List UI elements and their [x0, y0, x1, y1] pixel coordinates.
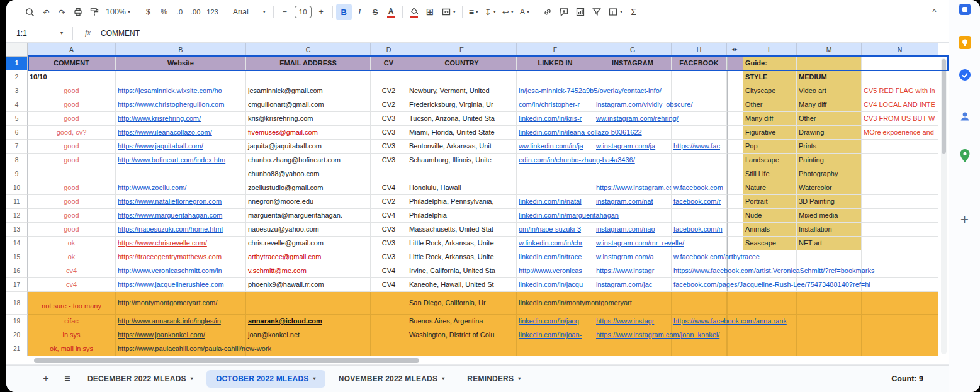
cell-HID20[interactable]	[727, 328, 743, 342]
cell-C10[interactable]: zoeliustudio@gmail.com	[246, 181, 371, 195]
cell-F13[interactable]: om/in/naoe-suzuki-3	[517, 223, 594, 237]
cell-H9[interactable]	[672, 167, 727, 181]
cell-B12[interactable]: https://www.margueritahagan.com	[116, 209, 246, 223]
strikethrough-button[interactable]: S	[368, 4, 383, 20]
row-header-13[interactable]: 13	[6, 223, 28, 237]
cell-HID9[interactable]	[727, 167, 743, 181]
borders-button[interactable]: ⊞	[422, 4, 438, 20]
format-currency-button[interactable]: $	[140, 4, 156, 20]
text-rotation-button[interactable]: A▾	[517, 4, 532, 20]
cell-D3[interactable]: CV2	[371, 84, 407, 98]
cell-A13[interactable]: good	[28, 223, 116, 237]
cell-E21[interactable]	[407, 342, 517, 356]
cell-E15[interactable]: Little Rock, Arkansas, Unite	[407, 250, 517, 264]
cell-C6[interactable]: fivemuses@gmail.com	[246, 126, 371, 140]
redo-button[interactable]: ↷	[54, 4, 70, 20]
cell-G2[interactable]	[594, 70, 672, 84]
cell-M20[interactable]	[797, 328, 862, 342]
column-header-A[interactable]: A	[28, 43, 116, 57]
row-header-18[interactable]: 18	[6, 292, 28, 315]
filter-button[interactable]	[589, 4, 605, 20]
cell-HID5[interactable]	[727, 112, 743, 126]
cell-HID18[interactable]	[727, 292, 743, 315]
column-header-C[interactable]: C	[246, 43, 371, 57]
cell-L6[interactable]: Figurative	[743, 126, 797, 140]
cell-F20[interactable]: linkedin.com/in/joan-	[517, 328, 594, 342]
zoom-control[interactable]: 100%▾	[103, 4, 133, 20]
cell-L4[interactable]: Other	[743, 98, 797, 112]
cell-M3[interactable]: Video art	[797, 84, 862, 98]
cell-A7[interactable]: good	[28, 140, 116, 154]
cell-G9[interactable]	[594, 167, 672, 181]
add-sheet-button[interactable]: +	[35, 373, 57, 384]
cell-E10[interactable]: Honolulu, Hawaii	[407, 181, 517, 195]
cell-B20[interactable]: https://www.joankonkel.com/	[116, 328, 246, 342]
cell-H6[interactable]	[672, 126, 727, 140]
cell-L12[interactable]: Nude	[743, 209, 797, 223]
cell-HID14[interactable]	[727, 237, 743, 250]
text-wrap-button[interactable]: ↩▾	[499, 4, 517, 20]
collapse-toolbar-button[interactable]: ^	[926, 4, 942, 20]
cell-B19[interactable]: http://www.annarank.info/ingles/in	[116, 315, 246, 328]
row-header-3[interactable]: 3	[6, 84, 28, 98]
row-header-1[interactable]: 1	[6, 57, 28, 70]
cell-E4[interactable]: Fredericksburg, Virginia, Ur	[407, 98, 517, 112]
cell-F15[interactable]: linkedin.com/in/trace	[517, 250, 594, 264]
paint-format-button[interactable]	[86, 4, 103, 20]
cell-H2[interactable]	[672, 70, 727, 84]
cell-D10[interactable]: CV4	[371, 181, 407, 195]
cell-B16[interactable]: http://www.veronicaschmitt.com/in	[116, 264, 246, 278]
cell-L2[interactable]: STYLE	[743, 70, 797, 84]
cell-M6[interactable]: Drawing	[797, 126, 862, 140]
cell-N15[interactable]	[862, 250, 938, 264]
cell-E2[interactable]	[407, 70, 517, 84]
cell-D6[interactable]: CV3	[371, 126, 407, 140]
cell-L18[interactable]	[743, 292, 797, 315]
cell-F18[interactable]: linkedin.com/in/montymontgomeryart	[517, 292, 594, 315]
cell-F3[interactable]: in/jesa-minnick-7452a9b5/overlay/contact…	[517, 84, 594, 98]
cell-F8[interactable]: edin.com/in/chunbo-zhang-ba4a3436/	[517, 154, 594, 167]
cell-A10[interactable]: good	[28, 181, 116, 195]
cell-D19[interactable]	[371, 315, 407, 328]
cell-L9[interactable]: Still Life	[743, 167, 797, 181]
cell-N6[interactable]: MOre expoerience and	[862, 126, 938, 140]
cell-B11[interactable]: https://www.natalieflornegron.com	[116, 195, 246, 209]
cell-HID11[interactable]	[727, 195, 743, 209]
cell-A5[interactable]: good	[28, 112, 116, 126]
cell-N12[interactable]	[862, 209, 938, 223]
bold-button[interactable]: B	[336, 4, 352, 20]
column-header-M[interactable]: M	[797, 43, 862, 57]
cell-N3[interactable]: CV5 RED FLAG with in	[862, 84, 938, 98]
row-header-7[interactable]: 7	[6, 140, 28, 154]
row-header-4[interactable]: 4	[6, 98, 28, 112]
row-header-8[interactable]: 8	[6, 154, 28, 167]
cell-F11[interactable]: linkedin.com/in/natal	[517, 195, 594, 209]
cell-E20[interactable]: Washington, District of Colu	[407, 328, 517, 342]
cell-M9[interactable]: Photography	[797, 167, 862, 181]
undo-button[interactable]: ↶	[38, 4, 54, 20]
cell-L3[interactable]: Cityscape	[743, 84, 797, 98]
cell-HID7[interactable]	[727, 140, 743, 154]
cell-A6[interactable]: good, cv?	[28, 126, 116, 140]
row-header-19[interactable]: 19	[6, 315, 28, 328]
cell-E18[interactable]: San Diego, California, Ur	[407, 292, 517, 315]
horizontal-scrollbar[interactable]	[6, 356, 949, 365]
cell-G21[interactable]	[594, 342, 672, 356]
cell-C17[interactable]: phoenix9@hawaii.rr.com	[246, 278, 371, 292]
insert-chart-button[interactable]	[572, 4, 589, 20]
cell-E3[interactable]: Newbury, Vermont, United	[407, 84, 517, 98]
cell-H18[interactable]	[672, 292, 727, 315]
decrease-decimal-button[interactable]: .0	[172, 4, 188, 20]
increase-font-size-button[interactable]: +	[313, 4, 329, 20]
cell-F12[interactable]: linkedin.com/in/margueritahagan	[517, 209, 594, 223]
cell-G5[interactable]: ww.instagram.com/rehring/	[594, 112, 672, 126]
status-count[interactable]: Count: 9	[891, 374, 923, 383]
cell-N13[interactable]	[862, 223, 938, 237]
cell-N7[interactable]	[862, 140, 938, 154]
cell-E19[interactable]: Buenos Aires, Argentina	[407, 315, 517, 328]
table-views-button[interactable]: ▾	[605, 4, 626, 20]
cell-C2[interactable]	[246, 70, 371, 84]
sheet-tab-1[interactable]: DECEMBER 2022 MLEADS▾	[78, 370, 203, 388]
cell-HID21[interactable]	[727, 342, 743, 356]
row-header-14[interactable]: 14	[6, 237, 28, 250]
